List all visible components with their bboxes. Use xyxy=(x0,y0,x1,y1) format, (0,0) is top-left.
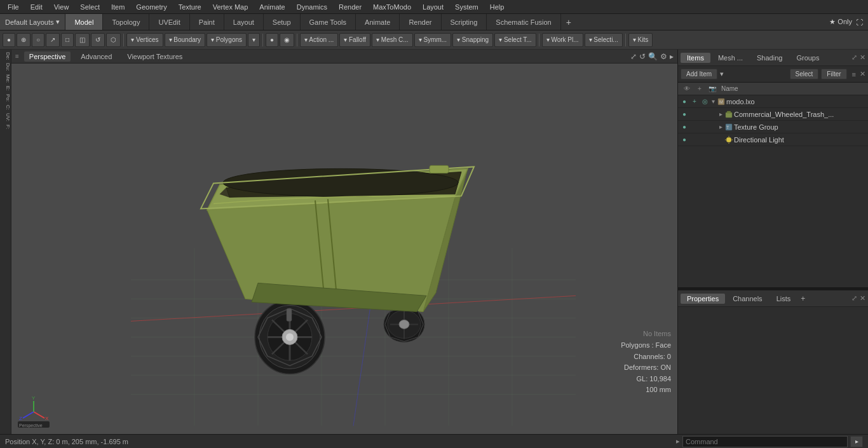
viewport[interactable]: ≡ Perspective Advanced Viewport Textures… xyxy=(11,50,677,434)
tool-work-pl[interactable]: ▾ Work Pl... xyxy=(542,33,583,47)
item-expand-texture[interactable]: ▸ xyxy=(717,123,724,130)
add-item-button[interactable]: Add Item xyxy=(681,69,717,79)
tool-rotate[interactable]: ↺ xyxy=(91,33,105,47)
props-expand-icon[interactable]: ⤢ xyxy=(851,294,857,302)
menu-vertex-map[interactable]: Vertex Map xyxy=(208,2,254,12)
menu-help[interactable]: Help xyxy=(485,2,510,12)
viewport-canvas[interactable]: No Items Polygons : Face Channels: 0 Def… xyxy=(11,64,677,434)
select-button[interactable]: Select xyxy=(790,69,819,79)
add-item-dropdown[interactable]: ▾ xyxy=(720,70,724,78)
item-vis-texture[interactable]: ● xyxy=(679,123,689,130)
props-tab-lists[interactable]: Lists xyxy=(770,294,797,304)
layout-fullscreen[interactable]: ⛶ xyxy=(856,18,863,26)
tool-square[interactable]: □ xyxy=(61,33,74,47)
left-tool-du[interactable]: Du: xyxy=(1,62,11,72)
tab-animate[interactable]: Animate xyxy=(356,14,400,30)
items-tab-shading[interactable]: Shading xyxy=(750,53,789,63)
tool-kits[interactable]: ▾ Kits xyxy=(628,33,653,47)
vp-tab-advanced[interactable]: Advanced xyxy=(76,51,117,62)
item-row-trash[interactable]: ● ▸ Commercial_Wheeled_Trash_... xyxy=(678,108,868,121)
tab-scripting[interactable]: Scripting xyxy=(442,14,487,30)
tab-model[interactable]: Model xyxy=(65,14,103,30)
vp-arrow-icon[interactable]: ▸ xyxy=(670,52,674,61)
left-tool-e[interactable]: E: xyxy=(1,85,11,92)
tab-paint[interactable]: Paint xyxy=(190,14,224,30)
tool-crosshair[interactable]: ⊕ xyxy=(17,33,31,47)
menu-file[interactable]: File xyxy=(3,2,24,12)
vp-reset-icon[interactable]: ↺ xyxy=(639,52,646,61)
menu-dynamics[interactable]: Dynamics xyxy=(292,2,332,12)
tab-render[interactable]: Render xyxy=(400,14,441,30)
vp-expand-icon[interactable]: ⤢ xyxy=(630,52,637,61)
tool-falloff[interactable]: ▾ Falloff xyxy=(339,33,370,47)
tool-circle[interactable]: ○ xyxy=(32,33,44,47)
items-tab-mesh[interactable]: Mesh ... xyxy=(712,53,749,63)
menu-system[interactable]: System xyxy=(450,2,484,12)
tool-boundary[interactable]: ▾ Boundary xyxy=(165,33,206,47)
layout-add-button[interactable]: + xyxy=(561,17,576,27)
tool-select-t[interactable]: ▾ Select T... xyxy=(494,33,536,47)
tab-game-tools[interactable]: Game Tools xyxy=(301,14,356,30)
menu-layout[interactable]: Layout xyxy=(417,2,449,12)
tab-setup[interactable]: Setup xyxy=(264,14,301,30)
item-row-modo[interactable]: ● + ◎ ▾ M modo.lxo xyxy=(678,95,868,108)
item-vis-modo[interactable]: ● xyxy=(679,98,689,105)
tool-snapping[interactable]: ▾ Snapping xyxy=(452,33,493,47)
viewport-menu-icon[interactable]: ≡ xyxy=(15,53,19,60)
vp-tab-perspective[interactable]: Perspective xyxy=(24,51,71,62)
tool-vertices[interactable]: ▾ Vertices xyxy=(126,33,163,47)
items-toolbar-close[interactable]: ✕ xyxy=(860,70,865,78)
items-tab-items[interactable]: Items xyxy=(681,53,710,63)
props-tab-channels[interactable]: Channels xyxy=(726,294,768,304)
tool-mesh-c[interactable]: ▾ Mesh C... xyxy=(372,33,413,47)
menu-select[interactable]: Select xyxy=(75,2,105,12)
tool-dot[interactable]: ● xyxy=(3,33,15,47)
items-close-icon[interactable]: ✕ xyxy=(860,53,865,62)
filter-button[interactable]: Filter xyxy=(821,69,846,79)
left-tool-c[interactable]: C: xyxy=(1,104,11,111)
props-close-icon[interactable]: ✕ xyxy=(860,294,865,302)
menu-geometry[interactable]: Geometry xyxy=(131,2,172,12)
tool-filled[interactable]: ● xyxy=(266,33,278,47)
menu-texture[interactable]: Texture xyxy=(173,2,207,12)
items-toolbar-expand[interactable]: ≡ xyxy=(852,71,856,78)
item-add-modo[interactable]: + xyxy=(689,98,700,105)
menu-maxtomodo[interactable]: MaxToModo xyxy=(368,2,416,12)
tab-topology[interactable]: Topology xyxy=(103,14,149,30)
tool-selecti[interactable]: ▾ Selecti... xyxy=(585,33,623,47)
menu-edit[interactable]: Edit xyxy=(25,2,48,12)
tool-mesh-mode[interactable]: ▾ xyxy=(248,33,260,47)
left-tool-de[interactable]: De: xyxy=(1,51,11,61)
tool-polygons[interactable]: ▾ Polygons xyxy=(207,33,247,47)
items-expand-icon[interactable]: ⤢ xyxy=(851,53,857,62)
item-row-light[interactable]: ● ▸ Directional Light xyxy=(678,133,868,146)
menu-view[interactable]: View xyxy=(49,2,74,12)
layout-selector[interactable]: Default Layouts ▾ xyxy=(0,14,65,30)
tool-hex[interactable]: ⬡ xyxy=(106,33,121,47)
command-run-button[interactable]: ▸ xyxy=(850,436,863,447)
tool-symm[interactable]: ▾ Symm... xyxy=(414,33,451,47)
tool-action[interactable]: ▾ Action ... xyxy=(300,33,338,47)
tool-circle2[interactable]: ◉ xyxy=(280,33,294,47)
item-vis-trash[interactable]: ● xyxy=(679,111,689,118)
left-tool-uv[interactable]: UV: xyxy=(1,112,11,123)
tool-arrow[interactable]: ↗ xyxy=(46,33,60,47)
left-tool-f[interactable]: F: xyxy=(1,123,11,130)
props-tab-properties[interactable]: Properties xyxy=(681,294,725,304)
vp-tab-textures[interactable]: Viewport Textures xyxy=(122,51,187,62)
item-expand-trash[interactable]: ▸ xyxy=(717,111,724,118)
menu-item[interactable]: Item xyxy=(106,2,130,12)
vp-search-icon[interactable]: 🔍 xyxy=(648,52,658,61)
tab-schematic-fusion[interactable]: Schematic Fusion xyxy=(487,14,560,30)
left-tool-po[interactable]: Po: xyxy=(1,93,11,103)
tab-uvedit[interactable]: UVEdit xyxy=(149,14,189,30)
command-arrow[interactable]: ▸ xyxy=(676,437,680,445)
menu-animate[interactable]: Animate xyxy=(254,2,290,12)
tool-split[interactable]: ◫ xyxy=(75,33,90,47)
command-input[interactable] xyxy=(682,436,848,447)
menu-render[interactable]: Render xyxy=(334,2,367,12)
vp-settings-icon[interactable]: ⚙ xyxy=(660,52,667,61)
props-add-button[interactable]: + xyxy=(801,294,805,303)
layout-star[interactable]: ★ Only xyxy=(829,18,852,26)
left-tool-me[interactable]: Me: xyxy=(1,73,11,84)
